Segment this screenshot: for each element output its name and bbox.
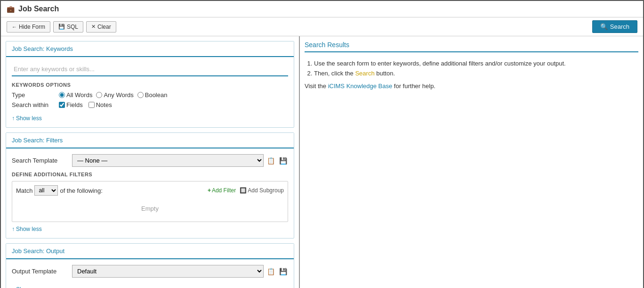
checkbox-fields[interactable]: Fields (59, 101, 83, 108)
search-template-wrapper: — None — 📋 💾 (72, 154, 288, 167)
search-highlight: Search (355, 70, 374, 77)
search-template-row: Search Template — None — 📋 💾 (12, 154, 288, 167)
output-template-row: Output Template Default 📋 💾 (12, 265, 288, 278)
radio-all-words-input[interactable] (59, 92, 65, 98)
filters-section-body: Search Template — None — 📋 💾 DEFINE ADDI… (6, 148, 294, 238)
results-body: Use the search form to enter keywords, d… (305, 58, 638, 91)
search-template-label: Search Template (12, 157, 68, 164)
instruction-1: Use the search form to enter keywords, d… (314, 60, 638, 67)
clear-button[interactable]: ✕ Clear (86, 21, 116, 33)
empty-label: Empty (16, 199, 284, 218)
hide-form-button[interactable]: ← Hide Form (7, 21, 50, 33)
subgroup-icon: 🔲 (240, 187, 247, 194)
page-wrapper: Job Search ← Hide Form 💾 SQL ✕ Clear 🔍 S… (0, 0, 644, 288)
match-suffix: of the following: (60, 187, 102, 194)
output-section-header: Job Search: Output (6, 244, 294, 259)
save-output-icon[interactable]: 💾 (278, 266, 288, 277)
plus-icon: + (208, 187, 211, 194)
copy-output-icon[interactable]: 📋 (266, 266, 276, 277)
instruction-2: Then, click the Search button. (314, 70, 638, 77)
briefcase-icon (7, 5, 15, 13)
filters-section: Job Search: Filters Search Template — No… (6, 132, 294, 239)
add-filter-button[interactable]: + Add Filter (208, 187, 236, 194)
clear-icon: ✕ (91, 24, 96, 30)
match-label: Match (16, 187, 32, 194)
title-bar: Job Search (1, 1, 643, 17)
define-filters-label: DEFINE ADDITIONAL FILTERS (12, 172, 288, 177)
sql-icon: 💾 (58, 24, 65, 30)
kb-link-text: Visit the iCIMS Knowledge Base for furth… (305, 82, 638, 90)
checkbox-fields-input[interactable] (59, 102, 65, 108)
save-template-icon[interactable]: 💾 (278, 156, 288, 166)
search-template-select[interactable]: — None — (72, 154, 264, 167)
search-within-options: Fields Notes (59, 101, 112, 108)
keywords-section-body: KEYWORDS OPTIONS Type All Words Any Word… (6, 57, 294, 127)
search-within-row: Search within Fields Notes (12, 101, 288, 108)
output-template-select[interactable]: Default (72, 265, 264, 278)
type-row: Type All Words Any Words (12, 91, 288, 99)
add-subgroup-button[interactable]: 🔲 Add Subgroup (240, 187, 284, 194)
filters-section-header: Job Search: Filters (6, 133, 294, 148)
collapse-handle[interactable]: › (299, 163, 300, 177)
instructions-list: Use the search form to enter keywords, d… (314, 60, 638, 77)
output-section-body: Output Template Default 📋 💾 ↓ Show more (6, 259, 294, 288)
type-options: All Words Any Words Boolean (59, 91, 167, 99)
checkbox-notes-input[interactable] (89, 102, 95, 108)
kb-link[interactable]: iCIMS Knowledge Base (328, 82, 393, 90)
match-row: Match all any of the following: (16, 185, 103, 196)
arrow-up-icon: ↑ (12, 115, 15, 122)
arrow-up-icon-2: ↑ (12, 226, 15, 232)
checkbox-notes[interactable]: Notes (89, 101, 112, 108)
right-panel: Search Results Use the search form to en… (300, 36, 643, 288)
radio-boolean-input[interactable] (137, 92, 144, 98)
filter-box: Match all any of the following: + (12, 181, 288, 222)
main-content: › Job Search: Keywords KEYWORDS OPTIONS … (1, 36, 643, 288)
radio-all-words[interactable]: All Words (59, 91, 92, 99)
radio-any-words[interactable]: Any Words (96, 91, 133, 99)
filter-actions: + Add Filter 🔲 Add Subgroup (208, 187, 284, 194)
hide-icon: ← (12, 24, 17, 30)
keywords-section-header: Job Search: Keywords (6, 41, 294, 57)
output-template-wrapper: Default 📋 💾 (72, 265, 288, 278)
results-section: Search Results Use the search form to en… (305, 41, 638, 91)
sql-button[interactable]: 💾 SQL (53, 21, 83, 33)
toolbar: ← Hide Form 💾 SQL ✕ Clear 🔍 Search (1, 17, 643, 36)
results-header: Search Results (305, 41, 638, 52)
arrow-down-icon: ↓ (12, 286, 15, 288)
keywords-options-label: KEYWORDS OPTIONS (12, 82, 288, 88)
search-within-label: Search within (12, 101, 59, 108)
keywords-section: Job Search: Keywords KEYWORDS OPTIONS Ty… (6, 41, 294, 128)
search-button[interactable]: 🔍 Search (592, 20, 637, 33)
filter-box-header: Match all any of the following: + (16, 185, 284, 196)
keywords-show-less-link[interactable]: ↑ Show less (12, 115, 42, 122)
output-section: Job Search: Output Output Template Defau… (6, 243, 294, 288)
match-select[interactable]: all any (34, 185, 58, 196)
keywords-input[interactable] (12, 63, 288, 76)
radio-boolean[interactable]: Boolean (137, 91, 168, 99)
left-panel: › Job Search: Keywords KEYWORDS OPTIONS … (1, 36, 300, 288)
page-title: Job Search (18, 5, 59, 13)
output-template-label: Output Template (12, 268, 68, 275)
copy-template-icon[interactable]: 📋 (266, 156, 276, 166)
output-show-more-link[interactable]: ↓ Show more (12, 286, 45, 288)
filters-show-less-link[interactable]: ↑ Show less (12, 226, 42, 232)
search-icon: 🔍 (600, 23, 608, 30)
radio-any-words-input[interactable] (96, 92, 102, 98)
type-label: Type (12, 91, 59, 99)
